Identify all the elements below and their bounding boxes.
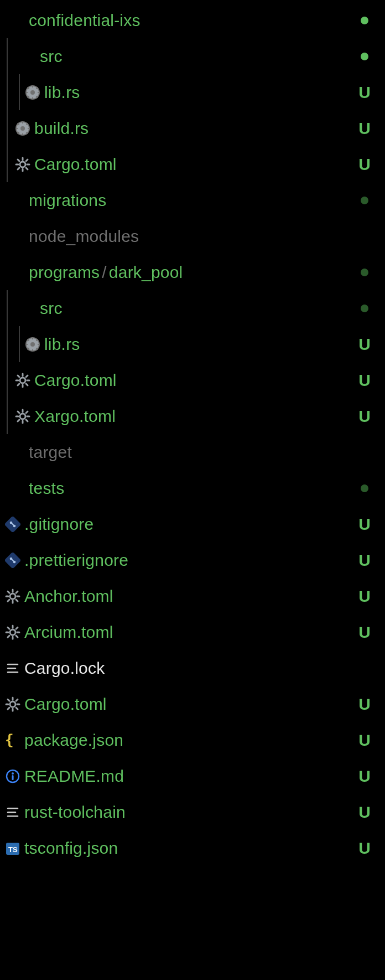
file-label: Xargo.toml	[33, 407, 352, 426]
file-cargo-lock[interactable]: Cargo.lock	[0, 650, 385, 686]
git-icon	[2, 553, 23, 568]
file-cargo-toml[interactable]: Cargo.toml U	[0, 686, 385, 722]
rust-icon	[22, 337, 43, 352]
folder-label: src	[39, 47, 352, 66]
folder-label-segment: dark_pool	[109, 263, 183, 281]
path-separator: /	[100, 263, 109, 281]
status-untracked: U	[352, 551, 385, 570]
folder-confidential-ixs-src[interactable]: src	[0, 38, 385, 74]
folder-migrations[interactable]: migrations	[0, 182, 385, 218]
file-gitignore[interactable]: .gitignore U	[0, 506, 385, 542]
file-label: lib.rs	[43, 83, 352, 102]
file-package-json[interactable]: package.json U	[0, 722, 385, 758]
file-label: Cargo.lock	[23, 659, 352, 678]
gear-icon	[12, 157, 33, 172]
file-programs-dark-pool-xargo-toml[interactable]: Xargo.toml U	[0, 398, 385, 434]
folder-target[interactable]: target	[0, 434, 385, 470]
file-arcium-toml[interactable]: Arcium.toml U	[0, 614, 385, 650]
file-prettierignore[interactable]: .prettierignore U	[0, 542, 385, 578]
rust-icon	[12, 121, 33, 136]
file-label: rust-toolchain	[23, 803, 352, 822]
gear-icon	[2, 697, 23, 712]
file-label: lib.rs	[43, 335, 352, 354]
chevron-down-icon	[7, 266, 28, 278]
status-dot-untracked	[352, 53, 385, 60]
status-untracked: U	[352, 731, 385, 750]
file-label: tsconfig.json	[23, 839, 352, 858]
chevron-down-icon	[7, 14, 28, 27]
chevron-right-icon	[7, 482, 28, 494]
status-untracked: U	[352, 119, 385, 138]
status-untracked: U	[352, 155, 385, 174]
gear-icon	[2, 625, 23, 640]
status-untracked: U	[352, 587, 385, 606]
file-label: Cargo.toml	[33, 371, 352, 390]
lines-icon	[2, 661, 23, 676]
chevron-right-icon	[7, 446, 28, 458]
file-label: package.json	[23, 731, 352, 750]
rust-icon	[22, 85, 43, 100]
gear-icon	[2, 589, 23, 604]
typescript-icon	[2, 840, 23, 856]
json-icon	[2, 733, 23, 748]
file-programs-dark-pool-cargo-toml[interactable]: Cargo.toml U	[0, 362, 385, 398]
file-confidential-ixs-build-rs[interactable]: build.rs U	[0, 110, 385, 146]
status-dot-untracked	[352, 197, 385, 204]
status-untracked: U	[352, 767, 385, 786]
status-untracked: U	[352, 371, 385, 390]
file-label: .prettierignore	[23, 551, 352, 570]
file-label: Anchor.toml	[23, 587, 352, 606]
folder-label: src	[39, 299, 352, 318]
status-untracked: U	[352, 515, 385, 534]
folder-programs-dark-pool[interactable]: programs/dark_pool	[0, 254, 385, 290]
chevron-down-icon	[18, 302, 39, 314]
status-dot-untracked	[352, 269, 385, 276]
file-programs-dark-pool-src-lib-rs[interactable]: lib.rs U	[0, 326, 385, 362]
folder-label: target	[28, 443, 352, 462]
status-untracked: U	[352, 623, 385, 642]
chevron-down-icon	[18, 50, 39, 63]
file-label: Arcium.toml	[23, 623, 352, 642]
status-untracked: U	[352, 695, 385, 714]
folder-label: programs/dark_pool	[28, 263, 352, 282]
folder-label-segment: programs	[29, 263, 100, 281]
lines-icon	[2, 804, 23, 820]
folder-label: migrations	[28, 191, 352, 210]
folder-tests[interactable]: tests	[0, 470, 385, 506]
file-rust-toolchain[interactable]: rust-toolchain U	[0, 794, 385, 830]
status-dot-untracked	[352, 305, 385, 312]
file-tsconfig-json[interactable]: tsconfig.json U	[0, 830, 385, 866]
file-readme-md[interactable]: README.md U	[0, 758, 385, 794]
gear-icon	[12, 409, 33, 424]
folder-label: confidential-ixs	[28, 11, 352, 30]
git-icon	[2, 517, 23, 532]
status-untracked: U	[352, 839, 385, 858]
folder-label: node_modules	[28, 227, 352, 246]
file-confidential-ixs-src-lib-rs[interactable]: lib.rs U	[0, 74, 385, 110]
status-untracked: U	[352, 803, 385, 822]
folder-confidential-ixs[interactable]: confidential-ixs	[0, 2, 385, 38]
folder-node-modules[interactable]: node_modules	[0, 218, 385, 254]
status-dot-untracked	[352, 17, 385, 24]
file-label: README.md	[23, 767, 352, 786]
status-untracked: U	[352, 407, 385, 426]
folder-label: tests	[28, 479, 352, 498]
file-label: Cargo.toml	[33, 155, 352, 174]
file-label: Cargo.toml	[23, 695, 352, 714]
file-label: .gitignore	[23, 515, 352, 534]
file-label: build.rs	[33, 119, 352, 138]
file-explorer-tree: confidential-ixs src lib.rs U build.rs U	[0, 0, 385, 871]
chevron-right-icon	[7, 230, 28, 243]
status-untracked: U	[352, 83, 385, 102]
folder-programs-dark-pool-src[interactable]: src	[0, 290, 385, 326]
gear-icon	[12, 373, 33, 388]
file-confidential-ixs-cargo-toml[interactable]: Cargo.toml U	[0, 146, 385, 182]
status-dot-untracked	[352, 484, 385, 492]
file-anchor-toml[interactable]: Anchor.toml U	[0, 578, 385, 614]
status-untracked: U	[352, 335, 385, 354]
info-icon	[2, 768, 23, 784]
chevron-right-icon	[7, 194, 28, 207]
